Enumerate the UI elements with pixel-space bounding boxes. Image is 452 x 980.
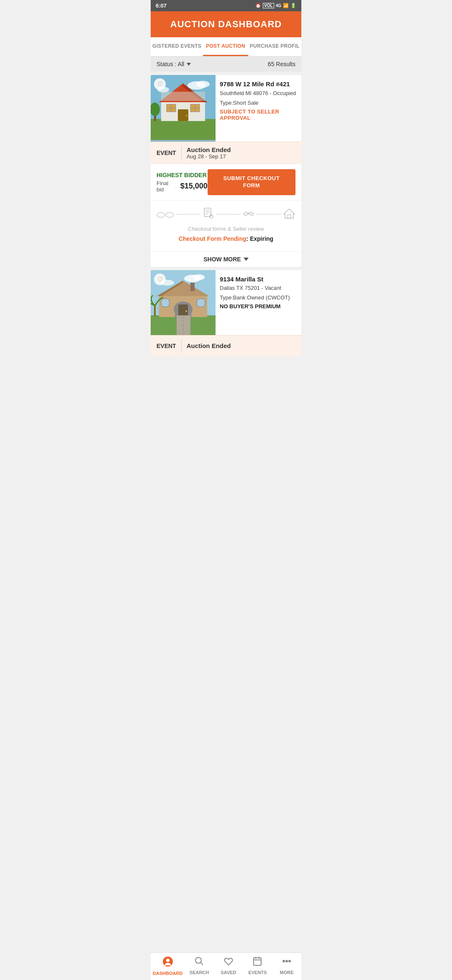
property-address-2: 9134 Marilla St [220,275,297,284]
heart-icon-1: ♡ [157,80,163,88]
svg-marker-24 [284,209,295,218]
status-filter-label: Status : All [157,61,184,67]
property-image-2: ♡ [151,270,216,335]
final-bid-text: Final bid [157,180,177,193]
final-bid-row: Final bid $15,000 [157,180,208,193]
property-type-2: Type:Bank Owned (CWCOT) [220,294,297,301]
property-card-2: ♡ 9134 Marilla St Dallas TX 75201 - Vaca… [151,270,301,356]
svg-rect-41 [154,306,156,316]
submit-checkout-button[interactable]: SUBMIT CHECKOUT FORM [208,169,295,195]
step-line-2 [216,214,241,214]
checkout-status-suffix: : Expiring [247,235,274,242]
property-address-1: 9788 W 12 Mile Rd #421 [220,80,297,88]
property-type-1: Type:Short Sale [220,100,297,106]
checkout-status-text: Checkout Form Pending [179,235,247,242]
progress-label: Checkout forms & Seller review [157,226,295,232]
status-bar: 6:07 ⏰ VOL 4G 📶 🔋 [151,0,301,11]
svg-rect-40 [190,283,195,291]
event-label-2: EVENT [157,343,176,349]
svg-rect-36 [161,299,170,307]
property-location-1: Southfield MI 48076 - Occupied [220,90,297,96]
step-line-1 [176,214,200,214]
handshake-svg [242,207,255,220]
svg-point-15 [186,115,187,116]
svg-rect-25 [288,215,291,218]
results-count: 65 Results [268,61,295,67]
header: AUCTION DASHBOARD [151,11,301,37]
event-bar-2: EVENT Auction Ended [151,335,301,356]
step-handshake-icon [242,207,255,222]
property-info-1: 9788 W 12 Mile Rd #421 Southfield MI 480… [216,75,301,142]
favorite-button-1[interactable]: ♡ [154,78,166,90]
event-bar-1: EVENT Auction Ended Aug 28 - Sep 17 [151,142,301,164]
status-filter[interactable]: Status : All [157,61,191,67]
final-bid-amount: $15,000 [180,182,208,191]
event-divider-1 [181,147,182,159]
event-info-1: Auction Ended Aug 28 - Sep 17 [187,146,231,160]
svg-point-2 [196,81,210,88]
tab-registered-events[interactable]: GISTERED EVENTS [151,37,203,56]
status-icons: ⏰ VOL 4G 📶 🔋 [255,3,296,8]
signal-icon: 📶 [283,3,289,8]
dropdown-arrow-icon[interactable] [187,63,191,66]
status-time: 6:07 [156,3,167,9]
tab-purchase-profile[interactable]: PURCHASE PROFIL [248,37,301,56]
heart-icon-2: ♡ [157,276,163,283]
svg-rect-4 [151,119,216,140]
highest-bidder-label: HIGHEST BIDDER [157,172,208,178]
svg-rect-37 [197,299,205,307]
event-info-2: Auction Ended [187,342,231,349]
show-more-label: SHOW MORE [203,256,241,263]
step-document-icon [202,207,215,222]
seller-approval-badge-1: SUBJECT TO SELLER APPROVAL [220,108,297,121]
event-dates-1: Aug 28 - Sep 17 [187,153,231,160]
filter-bar: Status : All 65 Results [151,57,301,72]
property-image-1: ♡ [151,75,216,142]
property-info-2: 9134 Marilla St Dallas TX 75201 - Vacant… [216,270,301,335]
progress-steps: ⬭⬭ [157,207,295,222]
house-svg [283,207,295,220]
svg-rect-18 [161,92,205,101]
network-icon: 4G [276,3,281,8]
tabs-bar: GISTERED EVENTS POST AUCTION PURCHASE PR… [151,37,301,57]
battery-icon: 🔋 [290,3,296,8]
svg-point-28 [193,274,205,280]
property-header-1: ♡ 9788 W 12 Mile Rd #421 Southfield MI 4… [151,75,301,142]
property-location-2: Dallas TX 75201 - Vacant [220,285,297,291]
bid-section-1: HIGHEST BIDDER Final bid $15,000 SUBMIT … [151,164,301,200]
show-more-button-1[interactable]: SHOW MORE [151,251,301,267]
favorite-button-2[interactable]: ♡ [154,273,166,285]
alarm-icon: ⏰ [255,3,261,8]
bid-info-1: HIGHEST BIDDER Final bid $15,000 [157,172,208,193]
tab-post-auction[interactable]: POST AUCTION [203,37,248,56]
chevron-down-icon [244,258,249,261]
event-divider-2 [181,340,182,352]
event-ended-2: Auction Ended [187,342,231,349]
event-label-1: EVENT [157,150,176,156]
progress-section-1: ⬭⬭ [151,200,301,251]
step-house-icon [283,207,295,222]
vol-icon: VOL [263,3,274,8]
checkout-status: Checkout Form Pending: Expiring [157,235,295,242]
no-buyers-premium-badge: NO BUYER'S PREMIUM [220,303,297,309]
svg-point-35 [185,310,187,312]
property-header-2: ♡ 9134 Marilla St Dallas TX 75201 - Vaca… [151,270,301,335]
step-search-icon: ⬭⬭ [157,209,174,220]
document-svg [202,207,215,220]
content-scroll: ♡ 9788 W 12 Mile Rd #421 Southfield MI 4… [151,75,301,389]
page-title: AUCTION DASHBOARD [157,19,295,30]
step-line-3 [257,214,281,214]
event-ended-1: Auction Ended [187,146,231,153]
property-card-1: ♡ 9788 W 12 Mile Rd #421 Southfield MI 4… [151,75,301,267]
